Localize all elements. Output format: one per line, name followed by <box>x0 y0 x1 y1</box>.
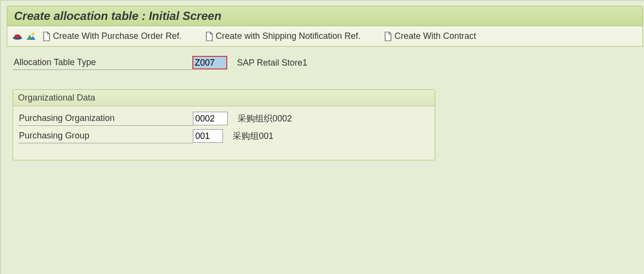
create-contract-ref-button[interactable]: Create With Contract <box>381 30 479 42</box>
create-po-ref-label: Create With Purchase Order Ref. <box>53 31 182 41</box>
page-title: Create allocation table : Initial Screen <box>14 9 221 22</box>
document-icon <box>205 32 214 41</box>
sap-window: Create allocation table : Initial Screen <box>0 0 644 274</box>
document-icon <box>384 32 392 41</box>
create-ship-ref-label: Create with Shipping Notification Ref. <box>216 31 360 41</box>
create-po-ref-button[interactable]: Create With Purchase Order Ref. <box>39 30 185 42</box>
create-ship-ref-button[interactable]: Create with Shipping Notification Ref. <box>202 30 363 42</box>
purch-org-desc: 采购组织0002 <box>237 113 292 124</box>
purch-org-label: Purchasing Organization <box>18 111 193 126</box>
purch-org-row: Purchasing Organization 采购组织0002 <box>18 111 430 126</box>
allocation-type-desc: SAP Retail Store1 <box>237 58 307 68</box>
org-data-header: Organizational Data <box>13 90 435 106</box>
purch-group-desc: 采购组001 <box>233 130 273 142</box>
title-bar: Create allocation table : Initial Screen <box>7 6 643 26</box>
allocation-type-row: Allocation Table Type SAP Retail Store1 <box>13 55 638 70</box>
create-contract-ref-label: Create With Contract <box>394 31 476 41</box>
mountain-icon[interactable] <box>26 31 36 42</box>
org-data-groupbox: Organizational Data Purchasing Organizat… <box>13 89 435 160</box>
document-icon <box>42 32 51 41</box>
purch-group-row: Purchasing Group 采购组001 <box>18 129 430 143</box>
org-data-body: Purchasing Organization 采购组织0002 Purchas… <box>13 106 435 160</box>
svg-point-2 <box>32 33 34 35</box>
purch-org-input[interactable] <box>193 112 228 125</box>
allocation-type-input[interactable] <box>192 56 227 69</box>
purch-group-input[interactable] <box>193 129 223 143</box>
allocation-type-label: Allocation Table Type <box>13 55 192 70</box>
toolbar: Create With Purchase Order Ref. Create w… <box>7 26 643 47</box>
purch-group-label: Purchasing Group <box>18 129 193 143</box>
hat-icon[interactable] <box>12 31 23 42</box>
content-area: Allocation Table Type SAP Retail Store1 … <box>7 47 644 166</box>
